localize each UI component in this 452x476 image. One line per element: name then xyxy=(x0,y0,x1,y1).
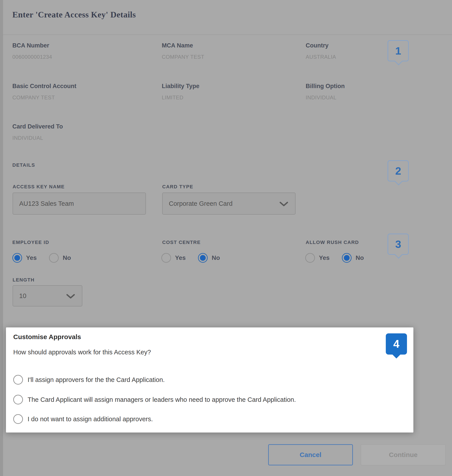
employee-id-yes-option[interactable]: Yes xyxy=(12,253,37,263)
step-number: 4 xyxy=(393,338,399,350)
field-mca-name: MCA Name COMPANY TEST xyxy=(162,42,294,60)
step-badge-3: 3 xyxy=(388,234,409,255)
approvals-question: How should approvals work for this Acces… xyxy=(13,349,151,356)
header-divider xyxy=(3,34,452,35)
length-select[interactable]: 10 xyxy=(13,285,82,306)
chevron-down-icon xyxy=(66,294,75,300)
field-label: Billing Option xyxy=(306,83,438,90)
cost-centre-no-option[interactable]: No xyxy=(198,253,220,263)
radio-label: Yes xyxy=(26,254,37,261)
radio-button-checked[interactable] xyxy=(342,253,352,263)
step-badge-2: 2 xyxy=(388,160,409,181)
radio-label: No xyxy=(356,254,364,261)
field-label: MCA Name xyxy=(162,42,294,49)
radio-button-checked[interactable] xyxy=(12,253,22,263)
radio-button[interactable] xyxy=(161,253,171,263)
field-country: Country AUSTRALIA xyxy=(306,42,438,60)
page-title: Enter 'Create Access Key' Details xyxy=(12,10,136,20)
radio-label: No xyxy=(212,254,220,261)
allow-rush-card-no-option[interactable]: No xyxy=(342,253,364,263)
continue-button[interactable]: Continue xyxy=(361,444,446,465)
radio-button[interactable] xyxy=(305,253,315,263)
field-card-delivered-to: Card Delivered To INDIVIDUAL xyxy=(12,123,145,141)
field-bca-number: BCA Number 0060000001234 xyxy=(12,42,145,60)
allow-rush-card-yes-option[interactable]: Yes xyxy=(305,253,330,263)
step-badge-1: 1 xyxy=(388,40,409,61)
field-label: Card Delivered To xyxy=(12,123,145,130)
radio-button[interactable] xyxy=(49,253,59,263)
field-basic-control-account: Basic Control Account COMPANY TEST xyxy=(12,83,145,101)
field-liability-type: Liability Type LIMITED xyxy=(162,83,294,101)
access-key-name-value: AU123 Sales Team xyxy=(13,200,74,207)
field-label: Liability Type xyxy=(162,83,294,90)
approvals-title: Customise Approvals xyxy=(13,333,81,341)
approval-option-assign-myself[interactable]: I'll assign approvers for the the Card A… xyxy=(13,375,165,385)
dialog-left-edge xyxy=(0,0,3,476)
field-value: COMPANY TEST xyxy=(162,54,294,60)
step-number: 1 xyxy=(395,45,401,57)
card-type-select[interactable]: Corporate Green Card xyxy=(162,193,296,215)
card-type-value: Corporate Green Card xyxy=(163,200,233,207)
field-value: INDIVIDUAL xyxy=(12,135,145,141)
radio-label: Yes xyxy=(175,254,186,261)
field-billing-option: Billing Option INDIVIDUAL xyxy=(306,83,438,101)
approval-option-no-approvers[interactable]: I do not want to assign additional appro… xyxy=(13,414,153,424)
allow-rush-card-radio-group: Yes No xyxy=(305,253,364,263)
step-number: 3 xyxy=(395,238,401,250)
customise-approvals-panel: Customise Approvals How should approvals… xyxy=(6,327,413,433)
cost-centre-yes-option[interactable]: Yes xyxy=(161,253,186,263)
access-key-name-input[interactable]: AU123 Sales Team xyxy=(13,193,146,215)
step-badge-4: 4 xyxy=(386,333,407,355)
length-value: 10 xyxy=(13,292,26,300)
radio-button[interactable] xyxy=(13,395,23,404)
approval-option-label: The Card Applicant will assign managers … xyxy=(28,396,296,403)
approval-option-applicant-assigns[interactable]: The Card Applicant will assign managers … xyxy=(13,395,296,404)
approval-option-label: I'll assign approvers for the the Card A… xyxy=(28,376,165,383)
radio-label: Yes xyxy=(319,254,330,261)
radio-label: No xyxy=(63,254,71,261)
step-number: 2 xyxy=(395,165,401,177)
radio-button[interactable] xyxy=(13,375,23,385)
field-value: 0060000001234 xyxy=(12,54,145,60)
field-value: COMPANY TEST xyxy=(12,94,145,101)
allow-rush-card-label: ALLOW RUSH CARD xyxy=(306,240,359,245)
card-type-label: CARD TYPE xyxy=(162,184,193,190)
employee-id-label: EMPLOYEE ID xyxy=(12,240,49,245)
cost-centre-label: COST CENTRE xyxy=(162,240,201,245)
length-label: LENGTH xyxy=(13,277,34,283)
details-section-label: DETAILS xyxy=(12,162,35,168)
field-value: INDIVIDUAL xyxy=(306,94,438,101)
field-value: LIMITED xyxy=(162,94,294,101)
field-label: Basic Control Account xyxy=(12,83,145,90)
employee-id-no-option[interactable]: No xyxy=(49,253,71,263)
cost-centre-radio-group: Yes No xyxy=(161,253,220,263)
field-label: BCA Number xyxy=(12,42,145,49)
radio-button[interactable] xyxy=(13,414,23,424)
access-key-name-label: ACCESS KEY NAME xyxy=(13,184,65,190)
cancel-button[interactable]: Cancel xyxy=(268,444,353,465)
field-label: Country xyxy=(306,42,438,49)
chevron-down-icon xyxy=(279,201,288,208)
approval-option-label: I do not want to assign additional appro… xyxy=(28,416,153,423)
create-access-key-dialog: Enter 'Create Access Key' Details BCA Nu… xyxy=(0,0,452,476)
field-value: AUSTRALIA xyxy=(306,54,438,60)
employee-id-radio-group: Yes No xyxy=(12,253,71,263)
radio-button-checked[interactable] xyxy=(198,253,208,263)
